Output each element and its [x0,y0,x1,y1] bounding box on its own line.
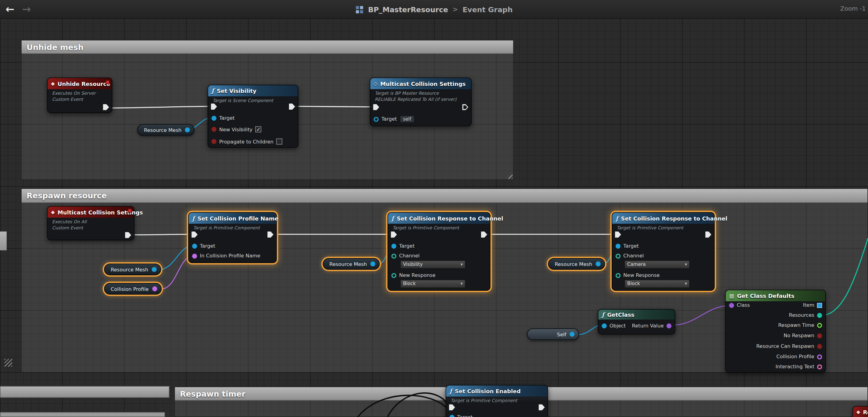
target-pin[interactable] [616,243,620,248]
exec-out-pin[interactable] [705,232,711,238]
exec-in-pin[interactable] [191,232,197,238]
node-multicast-collision-settings-call[interactable]: ◇Multicast Collision Settings Target is … [370,78,472,126]
var-resource-mesh[interactable]: Resource Mesh [104,264,161,275]
node-set-collision-response-2[interactable]: ƒSet Collision Response to Channel Targe… [612,212,715,291]
exec-out-pin[interactable] [462,104,468,110]
object-pin[interactable] [601,323,607,328]
exec-in-pin[interactable] [373,104,379,110]
pin-label: New Response [399,273,435,278]
target-pin[interactable] [374,117,378,122]
chevron-down-icon: ▾ [461,261,463,268]
replication-badge-icon [106,81,110,84]
comment-title[interactable]: Respawn resource [22,189,867,203]
propagate-pin[interactable] [212,139,216,144]
new-response-pin[interactable] [616,273,620,277]
var-resource-mesh[interactable]: Resource Mesh [323,258,380,270]
node-title: Set Collision Response to Channel [621,215,727,221]
item-pin[interactable] [817,303,822,308]
object-out-pin[interactable] [152,267,156,272]
object-out-pin[interactable] [595,261,600,266]
respawn-time-pin[interactable] [817,323,822,327]
propagate-checkbox[interactable] [276,139,282,145]
node-unhide-resource-event[interactable]: ◆Unhide Resource Executes On Server Cust… [47,78,113,113]
node-subtitle: Target is Primitive Component [189,224,276,231]
function-icon: ƒ [212,87,214,94]
new-visibility-pin[interactable] [212,127,216,131]
new-response-dropdown[interactable]: Block▾ [400,279,466,288]
exec-in-pin[interactable] [211,103,217,110]
comment-fragment [0,386,169,397]
new-visibility-checkbox[interactable]: ✓ [255,126,261,132]
top-toolbar: ← → BP_MasterResource > Event Graph Zoom… [0,0,868,19]
function-icon: ƒ [391,215,394,222]
comment-fragment [0,232,7,250]
var-collision-profile[interactable]: Collision Profile [104,283,161,295]
interacting-text-pin[interactable] [817,364,822,369]
new-response-pin[interactable] [391,273,396,277]
object-out-pin[interactable] [570,332,575,336]
channel-dropdown[interactable]: Visibility▾ [400,261,466,269]
grid-icon: ▦ [729,293,734,299]
exec-in-pin[interactable] [449,404,455,410]
target-pin[interactable] [192,243,197,248]
collision-profile-name-pin[interactable] [192,254,197,258]
pin-label: Resources [789,312,814,318]
dropdown-value: Block [403,280,416,288]
exec-out-pin[interactable] [267,232,273,238]
node-title: Re [863,409,868,415]
target-pin[interactable] [212,115,216,120]
back-arrow-icon[interactable]: ← [5,2,14,16]
resources-pin[interactable] [817,312,822,318]
forward-arrow-icon[interactable]: → [22,2,31,16]
exec-out-pin[interactable] [103,104,109,110]
return-value-pin[interactable] [666,323,671,328]
var-self[interactable]: Self [527,328,579,340]
node-partial-event[interactable]: ◆Re [852,406,868,417]
exec-in-pin[interactable] [615,232,621,238]
node-subtitle: Target is Primitive Component [612,224,714,231]
pin-label: Target [399,243,415,248]
resource-can-respawn-pin[interactable] [817,344,822,349]
event-icon: ◆ [51,81,55,86]
object-out-pin[interactable] [185,127,190,132]
var-resource-mesh[interactable]: Resource Mesh [137,124,194,136]
var-resource-mesh[interactable]: Resource Mesh [548,258,605,270]
resize-handle-icon[interactable] [5,359,12,366]
comment-title[interactable]: Unhide mesh [22,40,513,54]
class-pin[interactable] [729,303,734,308]
node-set-visibility[interactable]: ƒSet Visibility Target is Scene Componen… [208,85,298,148]
node-set-collision-enabled[interactable]: ƒSet Collision Enabled Target is Primiti… [446,385,548,417]
breadcrumb-root[interactable]: BP_MasterResource [368,5,448,13]
node-multicast-collision-settings-event[interactable]: ◆Multicast Collision Settings Executes O… [47,206,134,240]
chevron-right-icon: > [453,5,458,13]
node-getclass[interactable]: ƒGetClass Object Return Value [598,309,676,335]
exec-out-pin[interactable] [481,232,487,238]
target-pin[interactable] [450,415,454,417]
node-set-collision-response-1[interactable]: ƒSet Collision Response to Channel Targe… [388,212,491,291]
pin-label: Object [610,323,626,328]
graph-canvas[interactable]: Unhide mesh Respawn resource Respawn tim… [0,0,868,417]
channel-pin[interactable] [616,254,620,258]
node-get-class-defaults[interactable]: ▦Get Class Defaults Class Item Resources… [725,290,826,373]
name-out-pin[interactable] [152,286,157,291]
breadcrumb-page[interactable]: Event Graph [462,5,513,13]
target-pin[interactable] [391,243,396,248]
channel-pin[interactable] [391,254,396,258]
exec-out-pin[interactable] [125,232,131,238]
node-set-collision-profile-name[interactable]: ƒSet Collision Profile Name Target is Pr… [188,212,277,263]
exec-out-pin[interactable] [538,404,545,410]
no-respawn-pin[interactable] [817,333,822,338]
channel-dropdown[interactable]: Camera▾ [624,261,690,269]
pin-label: Channel [623,253,644,259]
pin-label: No Respawn [784,333,814,338]
exec-in-pin[interactable] [391,232,397,238]
pin-label: Resource Can Respawn [756,343,814,349]
collision-profile-pin[interactable] [817,354,822,359]
exec-out-pin[interactable] [289,103,295,110]
new-response-dropdown[interactable]: Block▾ [624,279,690,288]
target-default-value[interactable]: self [399,115,414,123]
chevron-down-icon: ▾ [461,280,463,288]
resize-handle-icon[interactable] [505,172,513,179]
object-out-pin[interactable] [370,261,375,266]
var-label: Resource Mesh [144,127,182,132]
